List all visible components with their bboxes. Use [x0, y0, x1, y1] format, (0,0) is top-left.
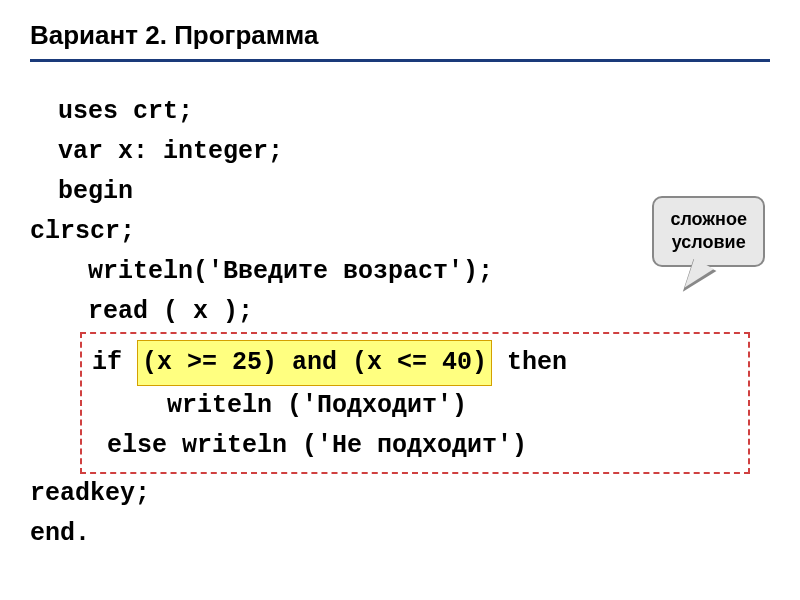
code-line-else: else writeln ('Не подходит') — [92, 426, 738, 466]
callout-box: сложное условие — [652, 196, 765, 267]
slide-title: Вариант 2. Программа — [30, 20, 770, 62]
code-block: uses crt; var x: integer; begin clrscr; … — [30, 92, 770, 554]
code-line-readkey: readkey; — [30, 474, 770, 514]
callout-line1: сложное — [670, 208, 747, 231]
if-keyword: if — [92, 348, 137, 377]
code-line-if: if (x >= 25) and (x <= 40) then — [92, 340, 738, 386]
code-line-read: read ( x ); — [30, 292, 770, 332]
condition-highlight: (x >= 25) and (x <= 40) — [137, 340, 492, 386]
code-line-writeln2: writeln ('Подходит') — [92, 386, 738, 426]
then-keyword: then — [492, 348, 567, 377]
code-line-end: end. — [30, 514, 770, 554]
code-line-uses: uses crt; — [30, 92, 770, 132]
callout-line2: условие — [670, 231, 747, 254]
code-line-var: var x: integer; — [30, 132, 770, 172]
if-block-container: if (x >= 25) and (x <= 40) then writeln … — [80, 332, 750, 474]
